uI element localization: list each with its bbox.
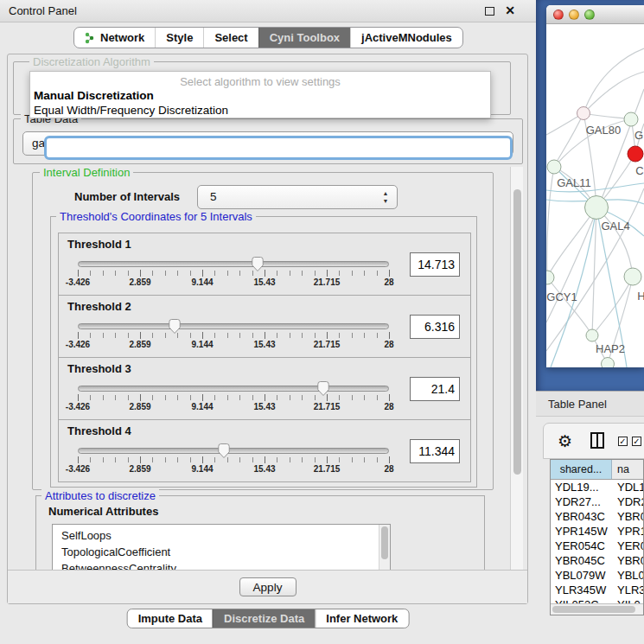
threshold-1-value-field[interactable] xyxy=(410,252,460,277)
slider-track[interactable] xyxy=(78,261,389,267)
number-of-intervals-combobox[interactable]: 5 ▲▼ xyxy=(197,185,398,209)
thresholds-group: Threshold's Coordinates for 5 Intervals … xyxy=(50,216,477,488)
slider-ticks xyxy=(78,271,389,276)
network-node[interactable] xyxy=(547,160,561,174)
tab-cyni-toolbox[interactable]: Cyni Toolbox xyxy=(258,28,350,48)
float-window-icon[interactable] xyxy=(485,7,494,16)
list-item[interactable]: BetweennessCentrality xyxy=(53,561,390,570)
cyni-bottom-tabs: Impute Data Discretize Data Infer Networ… xyxy=(127,609,410,628)
checkbox-icon[interactable]: ✓ xyxy=(618,437,628,446)
tab-discretize-data[interactable]: Discretize Data xyxy=(213,609,315,628)
threshold-4-panel: Threshold 4 xyxy=(58,419,471,482)
control-panel-tabs: Network Style Select Cyni Toolbox jActiv… xyxy=(73,27,463,48)
slider-ticks xyxy=(78,395,389,400)
slider-thumb[interactable] xyxy=(168,318,182,335)
interval-definition-group: Interval Definition Number of Intervals … xyxy=(32,172,494,490)
minimize-traffic-light-icon[interactable] xyxy=(569,10,579,20)
threshold-3-slider[interactable]: -3.426 2.859 9.144 15.43 21.715 28 xyxy=(78,386,389,412)
slider-track[interactable] xyxy=(78,323,389,329)
cyni-toolbox-panel: Discretization Algorithm Table Data galF… xyxy=(7,54,528,604)
menu-item-equal-width-frequency[interactable]: Equal Width/Frequency Discretization xyxy=(30,103,490,118)
algorithm-combobox[interactable] xyxy=(44,136,513,160)
column-header-shared-name[interactable]: shared... xyxy=(551,460,612,479)
gear-icon[interactable]: ⚙ xyxy=(558,430,572,451)
network-view-window: GAL80GCGAL11GAL4GCY1HHAP2 xyxy=(546,5,644,367)
list-scrollbar[interactable] xyxy=(379,525,390,570)
slider-track[interactable] xyxy=(78,386,389,392)
split-panel-icon[interactable] xyxy=(590,432,604,449)
network-node[interactable] xyxy=(546,271,554,284)
table-horizontal-scrollbar[interactable] xyxy=(551,603,643,615)
close-icon[interactable]: ✕ xyxy=(505,3,515,17)
slider-thumb[interactable] xyxy=(217,443,231,459)
tab-impute-data[interactable]: Impute Data xyxy=(128,609,213,628)
slider-tick-labels: -3.426 2.859 9.144 15.43 21.715 28 xyxy=(78,277,389,288)
network-node[interactable] xyxy=(624,268,641,285)
numerical-attributes-label: Numerical Attributes xyxy=(48,505,158,518)
number-of-intervals-value: 5 xyxy=(210,186,217,208)
slider-track[interactable] xyxy=(78,448,389,454)
table-row[interactable]: YLR345WYLR3 xyxy=(551,583,643,597)
network-node[interactable] xyxy=(602,358,615,368)
list-item[interactable]: SelfLoops xyxy=(53,528,390,544)
threshold-4-value-field[interactable] xyxy=(410,439,460,463)
list-item[interactable]: TopologicalCoefficient xyxy=(53,545,390,560)
tab-network[interactable]: Network xyxy=(74,28,155,48)
tab-jactivemnodules[interactable]: jActiveMNodules xyxy=(350,28,462,48)
list-scrollbar-thumb[interactable] xyxy=(381,526,388,559)
slider-tick-labels: -3.426 2.859 9.144 15.43 21.715 28 xyxy=(78,340,389,350)
slider-thumb[interactable] xyxy=(251,256,265,272)
table-panel-title: Table Panel xyxy=(548,392,607,417)
checkbox-icon[interactable]: ✓ xyxy=(632,437,641,446)
network-node[interactable] xyxy=(628,146,643,162)
threshold-1-slider[interactable]: -3.426 2.859 9.144 15.43 21.715 28 xyxy=(78,261,389,288)
table-row[interactable]: YER054CYER0 xyxy=(551,539,643,553)
menu-item-manual-discretization[interactable]: Manual Discretization xyxy=(30,88,490,103)
close-traffic-light-icon[interactable] xyxy=(553,10,564,20)
attributes-group: Attributes to discretize Numerical Attri… xyxy=(35,495,485,570)
network-node[interactable] xyxy=(624,112,638,126)
threshold-2-slider[interactable]: -3.426 2.859 9.144 15.43 21.715 28 xyxy=(78,323,389,350)
network-node-label: C xyxy=(635,164,643,177)
network-node-label: GAL11 xyxy=(557,176,591,189)
table-row[interactable]: YBR043CYBR0 xyxy=(551,509,643,524)
slider-ticks xyxy=(78,457,389,462)
threshold-3-value-field[interactable] xyxy=(410,377,460,401)
table-row[interactable]: YPR145WYPR1 xyxy=(551,524,643,539)
apply-button[interactable]: Apply xyxy=(239,577,296,596)
column-header-name[interactable]: na xyxy=(612,460,643,479)
network-node-label: HAP2 xyxy=(596,342,625,355)
network-node-label: GCY1 xyxy=(546,290,577,303)
slider-thumb[interactable] xyxy=(316,380,330,397)
numerical-attributes-list[interactable]: SelfLoops TopologicalCoefficient Between… xyxy=(52,524,391,570)
threshold-2-label: Threshold 2 xyxy=(67,300,131,313)
network-node[interactable] xyxy=(585,196,609,220)
network-icon xyxy=(85,32,95,44)
node-table: shared... na YDL19...YDL1 YDR27...YDR2 Y… xyxy=(550,459,644,615)
tab-style[interactable]: Style xyxy=(155,28,203,48)
settings-scrollbar[interactable] xyxy=(510,167,523,570)
table-panel-header: Table Panel xyxy=(536,391,644,417)
zoom-traffic-light-icon[interactable] xyxy=(584,10,595,20)
table-row[interactable]: YDL19...YDL1 xyxy=(551,480,643,494)
threshold-4-slider[interactable]: -3.426 2.859 9.144 15.43 21.715 28 xyxy=(78,448,389,475)
network-node[interactable] xyxy=(586,329,598,341)
table-horizontal-scrollbar-thumb[interactable] xyxy=(552,606,635,613)
table-row[interactable]: YBL079WYBL0 xyxy=(551,568,643,583)
thresholds-group-title: Threshold's Coordinates for 5 Intervals xyxy=(56,210,256,223)
network-edge xyxy=(547,207,596,277)
network-canvas[interactable]: GAL80GCGAL11GAL4GCY1HHAP2 xyxy=(546,24,644,367)
settings-scrollbar-thumb[interactable] xyxy=(513,189,521,475)
tab-select[interactable]: Select xyxy=(203,28,258,48)
network-window-titlebar[interactable] xyxy=(546,5,644,24)
network-edge xyxy=(583,48,644,113)
tab-infer-network[interactable]: Infer Network xyxy=(315,609,408,628)
threshold-2-value-field[interactable] xyxy=(410,315,460,339)
table-row[interactable]: YDR27...YDR2 xyxy=(551,494,643,509)
network-node-label: H xyxy=(637,290,644,303)
table-row[interactable]: YBR045CYBR0 xyxy=(551,553,643,568)
network-node[interactable] xyxy=(577,107,590,120)
attributes-group-title: Attributes to discretize xyxy=(41,489,159,502)
control-panel: Control Panel ✕ Network Style Select Cyn… xyxy=(0,0,536,644)
network-node-label: GAL80 xyxy=(586,124,621,137)
